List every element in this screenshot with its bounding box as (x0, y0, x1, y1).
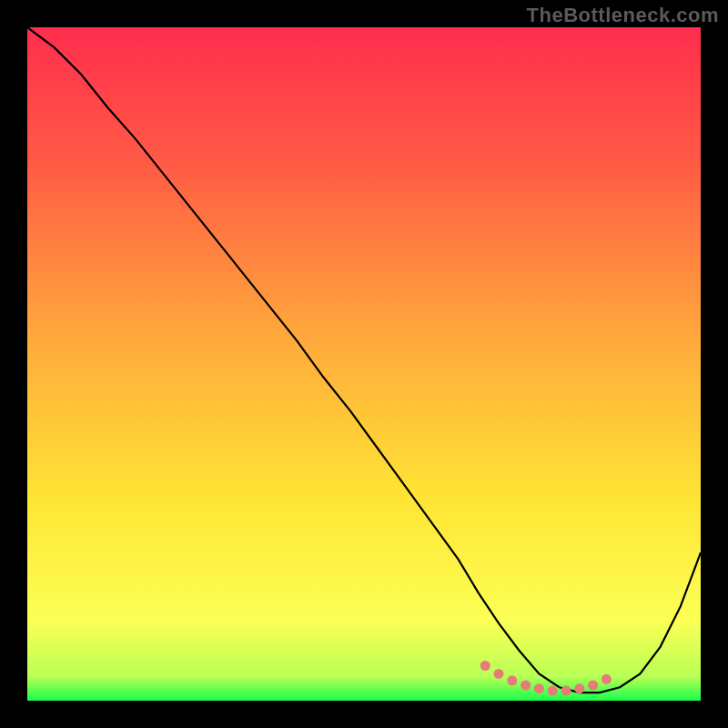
highlight-dot (588, 681, 598, 691)
highlight-dot (507, 675, 517, 685)
highlight-dot (602, 674, 612, 684)
highlight-dot (480, 661, 490, 671)
highlight-dot (521, 681, 531, 691)
highlight-dot (534, 683, 544, 693)
highlight-dot (561, 685, 571, 695)
chart-plot (27, 27, 701, 701)
highlight-dot (548, 685, 558, 695)
gradient-background (27, 27, 701, 701)
highlight-dot (574, 683, 584, 693)
watermark-label: TheBottleneck.com (527, 4, 719, 27)
chart-frame: TheBottleneck.com (0, 0, 728, 728)
highlight-dot (494, 669, 504, 679)
